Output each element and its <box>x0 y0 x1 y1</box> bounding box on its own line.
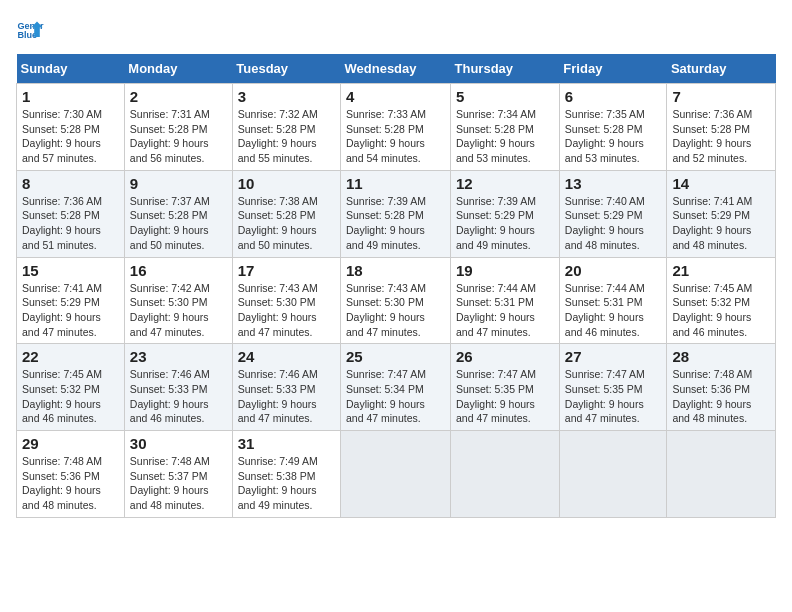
day-number: 5 <box>456 88 554 105</box>
day-number: 2 <box>130 88 227 105</box>
day-number: 18 <box>346 262 445 279</box>
day-info: Sunrise: 7:38 AM Sunset: 5:28 PM Dayligh… <box>238 194 335 253</box>
day-info: Sunrise: 7:47 AM Sunset: 5:35 PM Dayligh… <box>456 367 554 426</box>
day-number: 25 <box>346 348 445 365</box>
week-row-1: 1 Sunrise: 7:30 AM Sunset: 5:28 PM Dayli… <box>17 84 776 171</box>
day-number: 23 <box>130 348 227 365</box>
day-info: Sunrise: 7:43 AM Sunset: 5:30 PM Dayligh… <box>238 281 335 340</box>
calendar-cell: 23 Sunrise: 7:46 AM Sunset: 5:33 PM Dayl… <box>124 344 232 431</box>
calendar-cell: 25 Sunrise: 7:47 AM Sunset: 5:34 PM Dayl… <box>341 344 451 431</box>
calendar-cell: 30 Sunrise: 7:48 AM Sunset: 5:37 PM Dayl… <box>124 431 232 518</box>
calendar-cell: 20 Sunrise: 7:44 AM Sunset: 5:31 PM Dayl… <box>559 257 667 344</box>
day-number: 27 <box>565 348 662 365</box>
day-number: 24 <box>238 348 335 365</box>
calendar-cell: 3 Sunrise: 7:32 AM Sunset: 5:28 PM Dayli… <box>232 84 340 171</box>
day-info: Sunrise: 7:49 AM Sunset: 5:38 PM Dayligh… <box>238 454 335 513</box>
day-number: 26 <box>456 348 554 365</box>
calendar-cell: 24 Sunrise: 7:46 AM Sunset: 5:33 PM Dayl… <box>232 344 340 431</box>
col-header-tuesday: Tuesday <box>232 54 340 84</box>
calendar-cell: 9 Sunrise: 7:37 AM Sunset: 5:28 PM Dayli… <box>124 170 232 257</box>
calendar-cell: 11 Sunrise: 7:39 AM Sunset: 5:28 PM Dayl… <box>341 170 451 257</box>
day-info: Sunrise: 7:33 AM Sunset: 5:28 PM Dayligh… <box>346 107 445 166</box>
col-header-monday: Monday <box>124 54 232 84</box>
day-info: Sunrise: 7:43 AM Sunset: 5:30 PM Dayligh… <box>346 281 445 340</box>
calendar-cell: 14 Sunrise: 7:41 AM Sunset: 5:29 PM Dayl… <box>667 170 776 257</box>
calendar-cell: 17 Sunrise: 7:43 AM Sunset: 5:30 PM Dayl… <box>232 257 340 344</box>
day-info: Sunrise: 7:48 AM Sunset: 5:37 PM Dayligh… <box>130 454 227 513</box>
calendar-cell: 1 Sunrise: 7:30 AM Sunset: 5:28 PM Dayli… <box>17 84 125 171</box>
day-number: 19 <box>456 262 554 279</box>
calendar-cell: 15 Sunrise: 7:41 AM Sunset: 5:29 PM Dayl… <box>17 257 125 344</box>
svg-text:Blue: Blue <box>17 30 37 40</box>
day-number: 28 <box>672 348 770 365</box>
col-header-friday: Friday <box>559 54 667 84</box>
day-number: 20 <box>565 262 662 279</box>
calendar-cell: 27 Sunrise: 7:47 AM Sunset: 5:35 PM Dayl… <box>559 344 667 431</box>
day-number: 15 <box>22 262 119 279</box>
calendar-cell: 28 Sunrise: 7:48 AM Sunset: 5:36 PM Dayl… <box>667 344 776 431</box>
day-number: 6 <box>565 88 662 105</box>
day-info: Sunrise: 7:39 AM Sunset: 5:28 PM Dayligh… <box>346 194 445 253</box>
calendar-cell: 26 Sunrise: 7:47 AM Sunset: 5:35 PM Dayl… <box>451 344 560 431</box>
day-info: Sunrise: 7:46 AM Sunset: 5:33 PM Dayligh… <box>238 367 335 426</box>
day-info: Sunrise: 7:47 AM Sunset: 5:35 PM Dayligh… <box>565 367 662 426</box>
calendar-cell: 13 Sunrise: 7:40 AM Sunset: 5:29 PM Dayl… <box>559 170 667 257</box>
col-header-wednesday: Wednesday <box>341 54 451 84</box>
calendar-cell: 8 Sunrise: 7:36 AM Sunset: 5:28 PM Dayli… <box>17 170 125 257</box>
week-row-5: 29 Sunrise: 7:48 AM Sunset: 5:36 PM Dayl… <box>17 431 776 518</box>
day-info: Sunrise: 7:48 AM Sunset: 5:36 PM Dayligh… <box>22 454 119 513</box>
calendar-cell: 12 Sunrise: 7:39 AM Sunset: 5:29 PM Dayl… <box>451 170 560 257</box>
day-number: 16 <box>130 262 227 279</box>
day-info: Sunrise: 7:30 AM Sunset: 5:28 PM Dayligh… <box>22 107 119 166</box>
calendar-cell: 5 Sunrise: 7:34 AM Sunset: 5:28 PM Dayli… <box>451 84 560 171</box>
day-info: Sunrise: 7:47 AM Sunset: 5:34 PM Dayligh… <box>346 367 445 426</box>
week-row-3: 15 Sunrise: 7:41 AM Sunset: 5:29 PM Dayl… <box>17 257 776 344</box>
day-number: 11 <box>346 175 445 192</box>
day-info: Sunrise: 7:35 AM Sunset: 5:28 PM Dayligh… <box>565 107 662 166</box>
day-info: Sunrise: 7:42 AM Sunset: 5:30 PM Dayligh… <box>130 281 227 340</box>
day-info: Sunrise: 7:45 AM Sunset: 5:32 PM Dayligh… <box>22 367 119 426</box>
day-number: 31 <box>238 435 335 452</box>
day-info: Sunrise: 7:44 AM Sunset: 5:31 PM Dayligh… <box>456 281 554 340</box>
calendar-cell: 4 Sunrise: 7:33 AM Sunset: 5:28 PM Dayli… <box>341 84 451 171</box>
week-row-4: 22 Sunrise: 7:45 AM Sunset: 5:32 PM Dayl… <box>17 344 776 431</box>
day-info: Sunrise: 7:36 AM Sunset: 5:28 PM Dayligh… <box>672 107 770 166</box>
day-info: Sunrise: 7:44 AM Sunset: 5:31 PM Dayligh… <box>565 281 662 340</box>
day-number: 30 <box>130 435 227 452</box>
day-info: Sunrise: 7:41 AM Sunset: 5:29 PM Dayligh… <box>22 281 119 340</box>
calendar-cell: 6 Sunrise: 7:35 AM Sunset: 5:28 PM Dayli… <box>559 84 667 171</box>
col-header-thursday: Thursday <box>451 54 560 84</box>
calendar-cell: 18 Sunrise: 7:43 AM Sunset: 5:30 PM Dayl… <box>341 257 451 344</box>
day-info: Sunrise: 7:48 AM Sunset: 5:36 PM Dayligh… <box>672 367 770 426</box>
calendar-cell: 29 Sunrise: 7:48 AM Sunset: 5:36 PM Dayl… <box>17 431 125 518</box>
calendar-cell: 10 Sunrise: 7:38 AM Sunset: 5:28 PM Dayl… <box>232 170 340 257</box>
calendar-cell: 22 Sunrise: 7:45 AM Sunset: 5:32 PM Dayl… <box>17 344 125 431</box>
day-number: 12 <box>456 175 554 192</box>
day-number: 10 <box>238 175 335 192</box>
header-row: SundayMondayTuesdayWednesdayThursdayFrid… <box>17 54 776 84</box>
calendar-cell <box>341 431 451 518</box>
day-number: 4 <box>346 88 445 105</box>
logo: General Blue <box>16 16 44 44</box>
day-number: 14 <box>672 175 770 192</box>
calendar-cell: 19 Sunrise: 7:44 AM Sunset: 5:31 PM Dayl… <box>451 257 560 344</box>
day-number: 3 <box>238 88 335 105</box>
calendar-cell: 31 Sunrise: 7:49 AM Sunset: 5:38 PM Dayl… <box>232 431 340 518</box>
day-number: 29 <box>22 435 119 452</box>
calendar-cell: 16 Sunrise: 7:42 AM Sunset: 5:30 PM Dayl… <box>124 257 232 344</box>
day-info: Sunrise: 7:46 AM Sunset: 5:33 PM Dayligh… <box>130 367 227 426</box>
day-number: 21 <box>672 262 770 279</box>
day-info: Sunrise: 7:32 AM Sunset: 5:28 PM Dayligh… <box>238 107 335 166</box>
calendar-table: SundayMondayTuesdayWednesdayThursdayFrid… <box>16 54 776 518</box>
week-row-2: 8 Sunrise: 7:36 AM Sunset: 5:28 PM Dayli… <box>17 170 776 257</box>
day-info: Sunrise: 7:31 AM Sunset: 5:28 PM Dayligh… <box>130 107 227 166</box>
calendar-cell <box>667 431 776 518</box>
col-header-sunday: Sunday <box>17 54 125 84</box>
day-info: Sunrise: 7:37 AM Sunset: 5:28 PM Dayligh… <box>130 194 227 253</box>
day-number: 1 <box>22 88 119 105</box>
day-number: 17 <box>238 262 335 279</box>
calendar-cell: 21 Sunrise: 7:45 AM Sunset: 5:32 PM Dayl… <box>667 257 776 344</box>
calendar-cell <box>559 431 667 518</box>
day-info: Sunrise: 7:40 AM Sunset: 5:29 PM Dayligh… <box>565 194 662 253</box>
day-info: Sunrise: 7:41 AM Sunset: 5:29 PM Dayligh… <box>672 194 770 253</box>
